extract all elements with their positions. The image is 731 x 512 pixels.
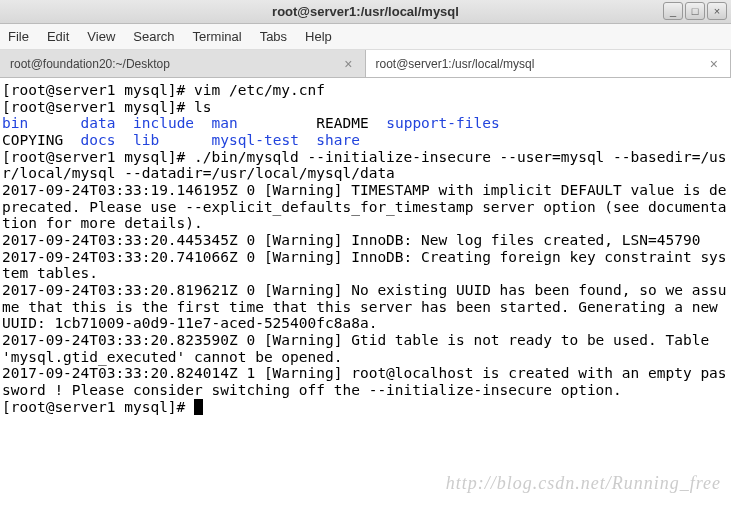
ls-dir: data [81,115,116,131]
menu-edit[interactable]: Edit [47,29,69,44]
menu-help[interactable]: Help [305,29,332,44]
tab-server1[interactable]: root@server1:/usr/local/mysql × [366,50,732,77]
cursor-icon [194,399,203,415]
log-line: 2017-09-24T03:33:20.823590Z 0 [Warning] … [2,332,718,365]
menubar: File Edit View Search Terminal Tabs Help [0,24,731,50]
window-buttons: _ □ × [663,2,727,20]
terminal-output[interactable]: [root@server1 mysql]# vim /etc/my.cnf [r… [0,78,731,419]
tab-close-icon[interactable]: × [708,56,720,72]
log-line: 2017-09-24T03:33:20.819621Z 0 [Warning] … [2,282,727,331]
minimize-button[interactable]: _ [663,2,683,20]
menu-terminal[interactable]: Terminal [193,29,242,44]
ls-dir: man [212,115,238,131]
menu-view[interactable]: View [87,29,115,44]
prompt-line: [root@server1 mysql]# vim /etc/my.cnf [2,82,325,98]
ls-dir: support-files [386,115,500,131]
ls-file: COPYING [2,132,63,148]
log-line: 2017-09-24T03:33:20.741066Z 0 [Warning] … [2,249,727,282]
ls-dir: mysql-test [212,132,299,148]
ls-dir: share [316,132,360,148]
tab-label: root@foundation20:~/Desktop [10,57,342,71]
ls-file: README [316,115,368,131]
log-line: 2017-09-24T03:33:19.146195Z 0 [Warning] … [2,182,727,231]
window-title: root@server1:/usr/local/mysql [272,4,459,19]
menu-search[interactable]: Search [133,29,174,44]
maximize-button[interactable]: □ [685,2,705,20]
prompt-line: [root@server1 mysql]# ./bin/mysqld --ini… [2,149,727,182]
menu-tabs[interactable]: Tabs [260,29,287,44]
prompt-line: [root@server1 mysql]# ls [2,99,212,115]
tab-foundation[interactable]: root@foundation20:~/Desktop × [0,50,366,77]
window-titlebar: root@server1:/usr/local/mysql _ □ × [0,0,731,24]
log-line: 2017-09-24T03:33:20.445345Z 0 [Warning] … [2,232,700,248]
ls-dir: lib [133,132,159,148]
menu-file[interactable]: File [8,29,29,44]
tab-close-icon[interactable]: × [342,56,354,72]
tab-bar: root@foundation20:~/Desktop × root@serve… [0,50,731,78]
ls-dir: bin [2,115,28,131]
ls-dir: include [133,115,194,131]
close-button[interactable]: × [707,2,727,20]
log-line: 2017-09-24T03:33:20.824014Z 1 [Warning] … [2,365,727,398]
prompt-line: [root@server1 mysql]# [2,399,194,415]
ls-dir: docs [81,132,116,148]
tab-label: root@server1:/usr/local/mysql [376,57,708,71]
